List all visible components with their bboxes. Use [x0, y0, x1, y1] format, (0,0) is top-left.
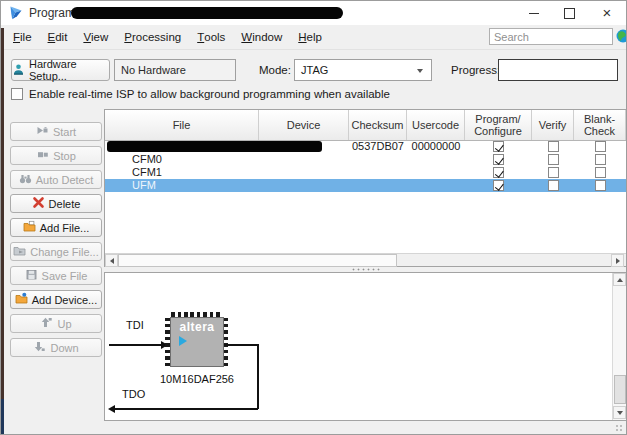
screen-edge-artifact: [1, 399, 4, 435]
mode-value: JTAG: [301, 64, 328, 76]
file-cell: UFM: [132, 179, 156, 192]
search-input[interactable]: [489, 28, 613, 45]
auto-detect-button: Auto Detect: [10, 170, 102, 189]
file-cell: CFM0: [132, 153, 162, 166]
isp-checkbox-label: Enable real-time ISP to allow background…: [29, 88, 390, 100]
column-header-blank[interactable]: Blank- Check: [574, 110, 626, 140]
globe-icon: [616, 29, 627, 43]
up-button: Up: [10, 314, 102, 333]
action-button-label: Add File...: [40, 222, 90, 234]
save-file-icon: [25, 268, 38, 283]
action-button-label: Start: [53, 126, 76, 138]
down-icon: [33, 340, 46, 355]
action-button-label: Save File: [42, 270, 88, 282]
minimize-button[interactable]: [518, 1, 550, 25]
horizontal-scrollbar-thumb[interactable]: [118, 254, 397, 267]
redacted-file-name: [107, 141, 322, 152]
file-cell: CFM1: [132, 166, 162, 179]
jtag-chain-diagram: TDI altera 10M16DAF256 TDO: [104, 272, 627, 421]
down-button: Down: [10, 338, 102, 357]
menu-item-processing[interactable]: Processing: [116, 25, 189, 49]
isp-checkbox[interactable]: [11, 88, 23, 100]
stop-button: Stop: [10, 146, 102, 165]
verify-checkbox[interactable]: [548, 141, 559, 152]
scroll-down-button[interactable]: [613, 406, 626, 419]
menu-item-view[interactable]: View: [75, 25, 116, 49]
verify-checkbox[interactable]: [548, 154, 559, 165]
action-button-label: Change File...: [30, 246, 98, 258]
menu-item-file[interactable]: File: [5, 25, 40, 49]
column-header-usercode[interactable]: Usercode: [407, 110, 465, 140]
blank-check-checkbox[interactable]: [595, 141, 606, 152]
mode-select[interactable]: JTAG: [294, 59, 432, 81]
column-header-file[interactable]: File: [105, 110, 259, 140]
delete-button[interactable]: Delete: [10, 194, 102, 213]
action-button-label: Delete: [49, 198, 81, 210]
close-button[interactable]: ×: [588, 1, 626, 25]
hardware-setup-icon: [12, 63, 25, 78]
menu-item-window[interactable]: Window: [233, 25, 290, 49]
start-icon: [36, 124, 49, 139]
verify-checkbox[interactable]: [548, 167, 559, 178]
action-button-label: Add Device...: [32, 294, 97, 306]
program-configure-checkbox[interactable]: [493, 141, 504, 152]
chevron-down-icon: [417, 69, 423, 73]
tdo-wire-bottom: [110, 408, 258, 410]
menu-item-edit[interactable]: Edit: [40, 25, 76, 49]
scroll-up-button[interactable]: [613, 273, 626, 286]
usercode-cell: 00000000: [407, 140, 465, 153]
checksum-cell: 0537DB07: [349, 140, 407, 153]
maximize-button[interactable]: [553, 1, 585, 25]
hardware-setup-label: Hardware Setup...: [29, 58, 109, 82]
blank-check-checkbox[interactable]: [595, 180, 606, 191]
table-row-file[interactable]: 0537DB0700000000: [105, 140, 626, 153]
table-row-cfm1[interactable]: CFM1: [105, 166, 626, 179]
arrow-up-icon: [617, 278, 623, 282]
arrow-right-icon: [616, 258, 620, 264]
vertical-scrollbar[interactable]: [612, 273, 626, 420]
table-row-cfm0[interactable]: CFM0: [105, 153, 626, 166]
column-header-checksum[interactable]: Checksum: [349, 110, 407, 140]
title-bar: Programmer - ×: [1, 1, 627, 25]
verify-checkbox[interactable]: [548, 180, 559, 191]
maximize-icon: [564, 8, 575, 19]
save-file-button: Save File: [10, 266, 102, 285]
screen-edge-artifact: [1, 28, 4, 399]
scroll-right-button[interactable]: [611, 254, 624, 267]
program-configure-checkbox[interactable]: [493, 167, 504, 178]
minimize-icon: [529, 13, 539, 14]
add-file-icon: [23, 220, 36, 235]
column-header-program[interactable]: Program/ Configure: [465, 110, 532, 140]
blank-check-checkbox[interactable]: [595, 167, 606, 178]
window-bottom-strip: [1, 421, 627, 435]
progress-label: Progress:: [451, 64, 500, 76]
add-device-button[interactable]: Add Device...: [10, 290, 102, 309]
column-header-verify[interactable]: Verify: [532, 110, 574, 140]
arrow-left-icon: [110, 258, 114, 264]
add-file-button[interactable]: Add File...: [10, 218, 102, 237]
menu-item-help[interactable]: Help: [290, 25, 330, 49]
tdo-label: TDO: [122, 388, 145, 400]
menu-item-tools[interactable]: Tools: [189, 25, 233, 49]
splitter-handle-icon: [351, 268, 381, 271]
horizontal-scrollbar[interactable]: [105, 253, 626, 266]
program-configure-checkbox[interactable]: [493, 154, 504, 165]
tdo-wire-vertical: [257, 344, 259, 409]
hardware-status-field: No Hardware: [114, 59, 236, 81]
start-button: Start: [10, 122, 102, 141]
tdi-wire: [109, 344, 162, 346]
resize-grip[interactable]: [615, 424, 624, 433]
column-header-device[interactable]: Device: [259, 110, 349, 140]
progress-bar: [498, 59, 618, 81]
tdo-arrow-icon: [108, 405, 115, 413]
program-configure-checkbox[interactable]: [493, 180, 504, 191]
app-icon: [8, 5, 24, 21]
arrow-down-icon: [617, 411, 623, 415]
table-row-ufm[interactable]: UFM: [105, 179, 626, 192]
stop-icon: [36, 148, 49, 163]
scroll-left-button[interactable]: [105, 254, 118, 267]
vertical-scrollbar-thumb[interactable]: [614, 375, 626, 404]
blank-check-checkbox[interactable]: [595, 154, 606, 165]
programming-file-table: FileDeviceChecksumUsercodeProgram/ Confi…: [104, 109, 627, 267]
hardware-setup-button[interactable]: Hardware Setup...: [11, 59, 110, 81]
